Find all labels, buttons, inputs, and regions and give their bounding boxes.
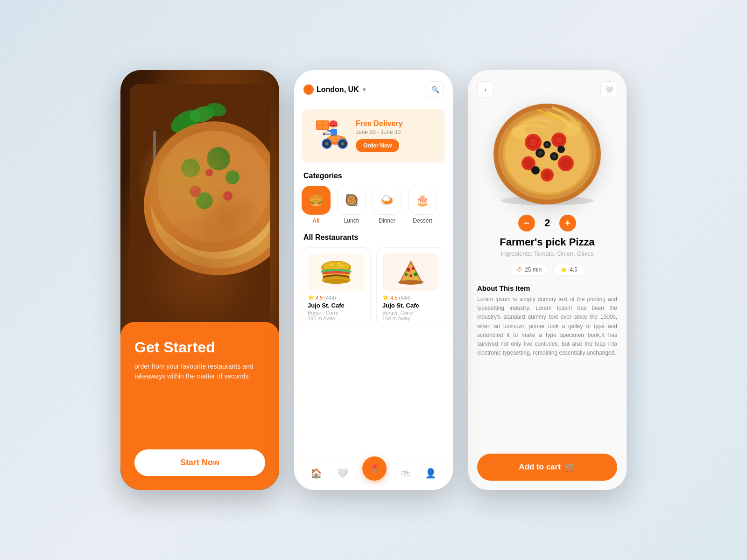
about-title: About This Item — [468, 284, 627, 295]
category-lunch-label: Lunch — [344, 217, 359, 224]
phones-container: Get Started order from your favourite re… — [120, 70, 627, 490]
category-all[interactable]: 🍔 All — [302, 186, 331, 224]
star-icon-2: ⭐ — [382, 294, 389, 301]
category-dinner[interactable]: 🍛 Dinner — [373, 186, 402, 224]
category-dinner-label: Dinner — [379, 217, 395, 224]
banner-content: Free Delivery June 20 - June 30 Order No… — [356, 119, 438, 152]
category-dessert[interactable]: 🎂 Dessert — [408, 186, 437, 224]
svg-point-5 — [185, 178, 205, 195]
restaurant1-distance: 160 m Away — [308, 315, 365, 321]
svg-rect-26 — [329, 125, 338, 126]
location-icon: 📍 — [303, 84, 314, 95]
restaurant-card-1[interactable]: ⭐ 4.5 (444) Jujo St. Cafe Burger, Curry … — [302, 247, 371, 327]
restaurant-burger-img — [308, 253, 365, 291]
nav-home[interactable]: 🏠 — [310, 468, 322, 479]
location-selector[interactable]: 📍 London, UK ▾ — [303, 84, 366, 95]
svg-point-74 — [556, 137, 562, 143]
restaurant-card-2[interactable]: ⭐ 4.5 (644) Jujo St. Cafe Burger, Curry … — [376, 247, 445, 327]
svg-point-84 — [552, 154, 556, 158]
svg-point-82 — [538, 151, 543, 155]
svg-point-58 — [407, 268, 410, 272]
svg-point-19 — [205, 101, 227, 118]
item-ingredients: Ingredients: Tomato, Onion, Olives — [468, 250, 627, 257]
svg-point-59 — [412, 267, 415, 270]
phone-foodapp: 📍 London, UK ▾ 🔍 — [294, 70, 453, 490]
clock-icon: ⏱ — [517, 266, 522, 273]
phone1-bottom-panel: Get Started order from your favourite re… — [120, 322, 279, 490]
order-now-button[interactable]: Order Now — [356, 139, 399, 152]
quantity-increase-button[interactable]: + — [559, 215, 576, 231]
category-dessert-label: Dessert — [413, 217, 432, 224]
svg-point-62 — [409, 274, 412, 277]
banner-dates: June 20 - June 30 — [356, 129, 438, 135]
svg-point-86 — [545, 143, 549, 147]
categories-row: 🍔 All 🥘 Lunch 🍛 Dinner 🎂 Dessert — [294, 186, 453, 231]
item-tags: ⏱ 25 min ⭐ 4.5 — [468, 264, 627, 276]
phone3-header: ‹ 🤍 — [468, 70, 627, 103]
svg-point-13 — [204, 219, 219, 228]
category-dessert-icon: 🎂 — [408, 186, 437, 215]
quantity-decrease-button[interactable]: − — [518, 215, 535, 231]
restaurants-heading: All Restaurants — [294, 231, 453, 247]
nav-orders[interactable]: 🛍 — [401, 468, 410, 479]
phone2-header: 📍 London, UK ▾ 🔍 — [294, 70, 453, 105]
getstarted-subtitle: order from your favourite restaurants an… — [134, 362, 265, 381]
svg-point-41 — [341, 142, 344, 145]
svg-point-71 — [529, 139, 537, 146]
category-all-icon: 🍔 — [302, 186, 331, 215]
svg-rect-0 — [130, 84, 270, 355]
restaurant1-type: Burger, Curry — [308, 310, 365, 315]
svg-point-54 — [323, 279, 349, 284]
svg-rect-15 — [153, 131, 156, 187]
pizza-image — [130, 84, 270, 355]
phone-itemdetail: ‹ 🤍 — [468, 70, 627, 490]
svg-point-18 — [188, 104, 217, 125]
restaurant1-name: Jujo St. Cafe — [308, 302, 365, 309]
add-to-cart-label: Add to cart — [519, 462, 561, 472]
star-icon: ⭐ — [308, 294, 314, 301]
svg-point-14 — [190, 180, 247, 231]
category-dinner-icon: 🍛 — [373, 186, 402, 215]
category-lunch-icon: 🥘 — [337, 186, 366, 215]
svg-point-2 — [144, 135, 270, 275]
item-name: Farmer's pick Pizza — [468, 236, 627, 248]
favorite-button[interactable]: 🤍 — [600, 81, 617, 98]
svg-point-60 — [405, 273, 408, 276]
category-lunch[interactable]: 🥘 Lunch — [337, 186, 366, 224]
svg-point-38 — [325, 142, 328, 145]
restaurant2-name: Jujo St. Cafe — [382, 302, 439, 309]
svg-marker-57 — [402, 264, 420, 280]
svg-point-61 — [414, 273, 417, 276]
chevron-down-icon: ▾ — [363, 86, 366, 93]
category-all-label: All — [312, 217, 319, 224]
svg-rect-35 — [323, 133, 325, 135]
nav-favorites[interactable]: 🤍 — [337, 468, 348, 479]
quantity-control: − 2 + — [468, 215, 627, 231]
svg-point-10 — [196, 195, 209, 211]
svg-rect-1 — [130, 84, 270, 355]
svg-point-7 — [197, 214, 216, 229]
delivery-banner: Free Delivery June 20 - June 30 Order No… — [302, 109, 445, 162]
svg-point-63 — [398, 280, 423, 285]
svg-point-80 — [543, 171, 551, 179]
nav-location-button[interactable]: 📍 — [362, 456, 387, 481]
svg-point-9 — [236, 203, 257, 217]
star-icon-detail: ⭐ — [560, 266, 567, 273]
back-button[interactable]: ‹ — [477, 81, 494, 98]
nav-profile[interactable]: 👤 — [425, 468, 437, 479]
search-button[interactable]: 🔍 — [427, 81, 444, 98]
restaurant2-rating: ⭐ 4.5 (644) — [382, 294, 439, 301]
svg-rect-16 — [153, 131, 156, 154]
restaurant2-distance: 160 m Away — [382, 315, 439, 321]
add-to-cart-button[interactable]: Add to cart 🛒 — [477, 454, 617, 481]
restaurant2-type: Burger, Curry — [382, 310, 439, 315]
restaurant1-review-count: (444) — [324, 295, 336, 301]
cart-icon: 🛒 — [565, 462, 576, 472]
svg-point-88 — [557, 146, 565, 153]
restaurant1-rating: ⭐ 4.5 (444) — [308, 294, 365, 301]
start-now-button[interactable]: Start Now — [134, 449, 265, 476]
categories-heading: Categories — [294, 170, 453, 186]
phone-getstarted: Get Started order from your favourite re… — [120, 70, 279, 490]
time-tag: ⏱ 25 min — [510, 264, 549, 276]
restaurants-grid: ⭐ 4.5 (444) Jujo St. Cafe Burger, Curry … — [294, 247, 453, 327]
